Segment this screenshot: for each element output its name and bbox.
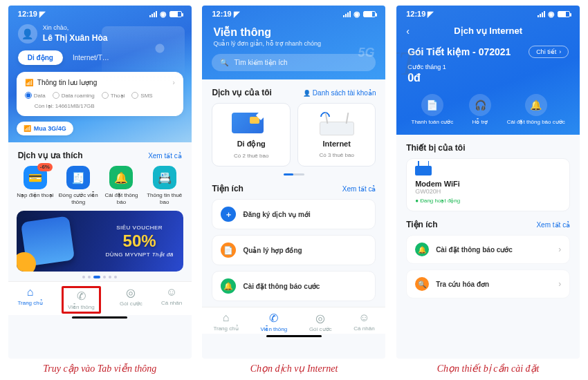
util-register-service[interactable]: ＋ Đăng ký dịch vụ mới (212, 199, 376, 229)
detail-button[interactable]: Chi tiết› (529, 46, 569, 58)
chevron-right-icon: › (558, 245, 561, 254)
see-all-link[interactable]: Xem tất cả (342, 185, 376, 193)
page-subtitle: Quản lý đơn giản, hỗ trợ nhanh chóng (202, 40, 385, 54)
buy-data-button[interactable]: 📶Mua 3G/4G (17, 122, 73, 135)
back-button[interactable]: ‹ (406, 26, 410, 37)
my-services-title: Dịch vụ của tôi (212, 88, 271, 97)
radio-voice[interactable]: Thoại (102, 92, 125, 99)
nav-telecom[interactable]: ✆Viễn thông (62, 286, 101, 314)
bell-icon: 🔔 (525, 94, 547, 116)
see-all-link[interactable]: Xem tất cả (536, 221, 570, 229)
status-bar: 12:19 ◤ ◉ (202, 6, 385, 23)
modem-icon (415, 166, 432, 175)
cards-pager[interactable] (284, 173, 304, 175)
action-support[interactable]: 🎧 Hỗ trợ (469, 94, 491, 125)
caption-3: Chọn thiết bị cần cài đặt (396, 363, 580, 374)
service-notification-settings[interactable]: 🔔 Cài đặt thông báo (100, 166, 142, 205)
utilities-title: Tiện ích (406, 220, 437, 229)
bottom-nav: ⌂Trang chủ ✆Viễn thông ◎Gói cước ☺Cá nhâ… (8, 281, 192, 315)
util-manage-contract[interactable]: 📄 Quản lý hợp đồng (212, 235, 376, 265)
util-billing-notification[interactable]: 🔔 Cài đặt thông báo cước (212, 271, 376, 301)
location-icon: ◤ (39, 10, 45, 18)
user-name: Lê Thị Xuân Hòa (43, 33, 108, 43)
tab-internet[interactable]: Internet/T… (68, 50, 113, 65)
signal-icon: 📶 (25, 79, 33, 86)
home-indicator (72, 316, 127, 319)
nav-telecom[interactable]: ✆Viễn thông (260, 312, 287, 332)
profile-icon: ☺ (166, 286, 177, 298)
service-subscriber-info[interactable]: 📇 Thông tin thuê bao (144, 166, 185, 205)
status-bar: 12:19 ◤ ◉ (396, 6, 580, 23)
home-icon: ⌂ (27, 286, 34, 298)
avatar-icon[interactable]: 👤 (18, 24, 37, 44)
radio-data[interactable]: Data (25, 92, 46, 99)
caption-1: Truy cập vào Tab viễn thông (8, 363, 192, 374)
search-doc-icon: 🔍 (415, 277, 429, 291)
device-status: ● Đang hoạt động (415, 198, 561, 204)
headset-icon: 🎧 (469, 94, 491, 116)
device-card-modem[interactable]: Modem WiFi GW020H ● Đang hoạt động (406, 158, 570, 211)
nav-packages[interactable]: ◎Gói cước (120, 286, 143, 314)
status-bar: 12:19 ◤ ◉ (8, 6, 192, 23)
data-usage-card: 📶Thông tin lưu lượng› Data Data roaming … (17, 72, 183, 116)
wifi-icon: ◉ (160, 10, 167, 19)
wifi-icon: ◉ (548, 10, 555, 19)
promo-banner[interactable]: SIÊU VOUCHER 50% DÙNG MYVNPT Thật đã (17, 211, 183, 272)
phone-card-icon: 💳-6% (24, 166, 47, 189)
chevron-right-icon[interactable]: › (172, 79, 174, 86)
action-pay-bill[interactable]: 📄 Thanh toán cước (412, 94, 454, 125)
caption-2: Chọn dịch vụ Internet (202, 363, 385, 374)
radio-sms[interactable]: SMS (131, 92, 152, 99)
favorites-title: Dịch vụ ưa thích (18, 151, 83, 160)
nav-profile[interactable]: ☺Cá nhân (353, 312, 374, 332)
util-billing-notification[interactable]: 🔔Cài đặt thông báo cước › (406, 235, 570, 264)
router-icon (320, 122, 354, 135)
bottom-nav: ⌂Trang chủ ✆Viễn thông ◎Gói cước ☺Cá nhâ… (202, 307, 385, 334)
chevron-right-icon: › (559, 48, 561, 55)
document-icon: 📄 (221, 243, 236, 258)
wifi-icon: ◉ (353, 10, 360, 19)
receipt-icon: 🧾 (66, 166, 90, 189)
sim-card-icon (232, 113, 264, 133)
service-card-internet[interactable]: Internet Có 3 thuê bao (297, 103, 376, 167)
radio-roaming[interactable]: Data roaming (53, 92, 95, 99)
bell-icon: 🔔 (221, 278, 236, 294)
nav-home[interactable]: ⌂Trang chủ (213, 312, 238, 332)
utilities-title: Tiện ích (212, 184, 243, 193)
tab-mobile[interactable]: Di động (18, 50, 63, 65)
signal-icon (538, 11, 545, 17)
chevron-right-icon: › (558, 279, 561, 289)
telecom-icon: ✆ (269, 312, 278, 325)
nav-profile[interactable]: ☺Cá nhân (161, 286, 182, 314)
account-list-link[interactable]: 👤 Danh sách tài khoản (303, 89, 376, 97)
quota-remaining: Còn lại: 14661MB/17GB (35, 103, 175, 109)
package-icon: ◎ (126, 286, 136, 299)
sim-icon: 📇 (153, 166, 176, 189)
service-card-mobile[interactable]: Di động Có 2 thuê bao (212, 103, 291, 167)
nav-packages[interactable]: ◎Gói cước (309, 312, 332, 332)
usage-type-radios: Data Data roaming Thoại SMS (25, 92, 175, 99)
bell-icon: 🔔 (109, 166, 133, 189)
nav-home[interactable]: ⌂Trang chủ (17, 286, 42, 314)
action-billing-notification[interactable]: 🔔 Cài đặt thông báo cước (507, 94, 565, 125)
signal-icon (343, 11, 351, 17)
page-title: Viễn thông (202, 23, 385, 40)
see-all-link[interactable]: Xem tất cả (148, 152, 182, 160)
greeting: 👤 Xin chào, Lê Thị Xuân Hòa (8, 23, 192, 50)
page-title: Dịch vụ Internet (454, 26, 522, 36)
battery-icon (363, 11, 376, 17)
banner-pager[interactable] (8, 276, 192, 278)
bell-icon: 🔔 (415, 243, 429, 256)
service-pay-telecom[interactable]: 🧾 Đóng cước viễn thông (57, 166, 99, 205)
fee-amount: 0đ (407, 72, 569, 84)
search-input[interactable]: 🔍 Tìm kiếm tiện ích (212, 54, 376, 71)
package-name: Gói Tiết kiệm - 072021 (407, 46, 511, 57)
person-icon: 👤 (303, 90, 311, 97)
service-topup[interactable]: 💳-6% Nạp điện thoại (15, 166, 56, 205)
home-icon: ⌂ (223, 312, 230, 324)
battery-icon (169, 11, 182, 17)
cart-icon: 📶 (24, 125, 31, 132)
home-indicator (266, 335, 322, 337)
favorites-grid: 💳-6% Nạp điện thoại 🧾 Đóng cước viễn thô… (8, 166, 192, 205)
util-invoice-lookup[interactable]: 🔍Tra cứu hóa đơn › (406, 269, 570, 298)
